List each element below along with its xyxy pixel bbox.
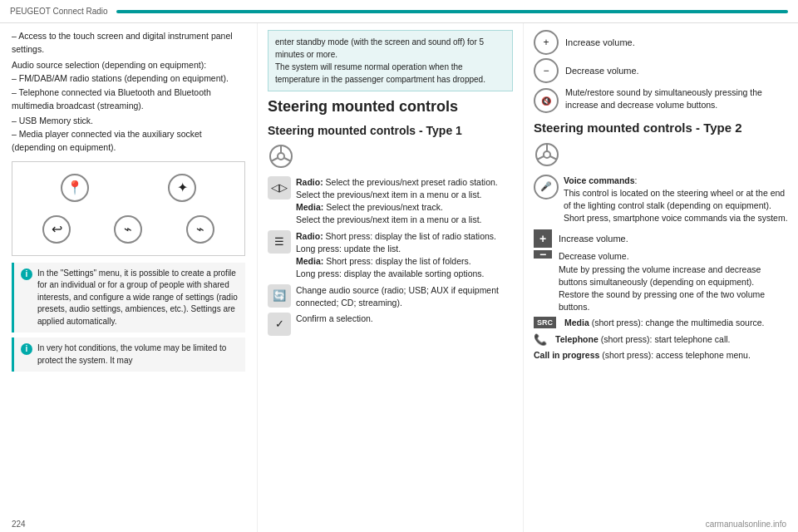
src-badge: SRC [534,317,556,328]
steering-wheel-icon-small [268,143,513,171]
location-icon: 📍 [61,174,89,202]
type1-title: Steering mounted controls - Type 1 [268,123,513,138]
highlight-box: enter standby mode (with the screen and … [268,30,513,91]
note-icon-2: i [21,343,32,355]
bluetooth-icon: ✦ [168,174,196,202]
vol-decrease-text: Decrease volume. [565,66,639,76]
vol-increase-text: Increase volume. [565,37,635,47]
plus-row: + Increase volume. [534,229,788,248]
radio-text-1: Radio: Select the previous/next preset r… [296,176,498,227]
media-text: Media (short press): change the multimed… [564,317,764,329]
highlight-text: enter standby mode (with the screen and … [275,37,485,84]
note-text-2: In very hot conditions, the volume may b… [37,342,239,367]
para-1: – Access to the touch screen and digital… [12,30,245,57]
call-in-progress-text: Call in progress (short press): access t… [534,349,788,362]
minus-row: − Decrease volume.Mute by pressing the v… [534,250,788,313]
list-icon: ☰ [268,230,291,254]
prev-next-icon: ◁▷ [268,176,291,200]
source-icon: 🔄 [268,284,291,308]
svg-line-8 [537,156,544,160]
svg-line-4 [284,158,291,161]
usb2-icon: ⌁ [186,215,214,244]
swipe-icon: ↩ [42,215,71,244]
plus-text: Increase volume. [559,234,628,244]
steering-section-title: Steering mounted controls [268,98,513,116]
plus-icon: + [534,229,552,248]
para-2: Audio source selection (depending on equ… [12,59,245,72]
phone-icon: 📞 [534,333,547,346]
source-text: Change audio source (radio; USB; AUX if … [296,284,513,309]
left-column: – Access to the touch screen and digital… [0,23,258,532]
vol-increase-row: + Increase volume. [534,30,788,55]
para-3: – FM/DAB/AM radio stations (depending on… [12,72,245,86]
radio-text-2: Radio: Short press: display the list of … [296,230,496,281]
steering-wheel-icon-type2 [534,141,788,170]
confirm-icon: ✓ [268,313,291,336]
radio-item-2: ☰ Radio: Short press: display the list o… [268,230,513,281]
telephone-text: Telephone (short press): start telephone… [555,333,730,346]
minus-text: Decrease volume.Mute by pressing the vol… [559,250,788,313]
src-item: SRC Media (short press): change the mult… [534,317,788,329]
note-2: i In very hot conditions, the volume may… [12,337,245,372]
page-header: PEUGEOT Connect Radio [0,0,798,23]
source-item: 🔄 Change audio source (radio; USB; AUX i… [268,284,513,309]
confirm-text: Confirm a selection. [296,313,373,325]
page-number: 224 [12,520,26,529]
confirm-item: ✓ Confirm a selection. [268,313,513,336]
icon-panel: 📍 ✦ ↩ ⌁ ⌁ [12,161,245,256]
vol-mute-text: Mute/restore sound by simultaneously pre… [565,86,788,111]
radio-item-1: ◁▷ Radio: Select the previous/next prese… [268,176,513,227]
usb-icon: ⌁ [114,215,142,244]
header-title: PEUGEOT Connect Radio [10,7,108,16]
note-1: i In the "Settings" menu, it is possible… [12,263,245,333]
telephone-item: 📞 Telephone (short press): start telepho… [534,333,788,346]
voice-icon: 🎤 [534,175,559,200]
para-5: – USB Memory stick. [12,115,245,128]
svg-line-9 [550,156,557,160]
vol-mute-row: 🔇 Mute/restore sound by simultaneously p… [534,86,788,113]
note-text-1: In the "Settings" menu, it is possible t… [37,268,239,328]
svg-line-3 [271,158,278,161]
para-4: – Telephone connected via Bluetooth and … [12,86,245,113]
main-content: – Access to the touch screen and digital… [0,23,798,532]
header-bar [116,10,788,13]
para-6: – Media player connected via the auxilia… [12,128,245,155]
website: carmanualsonline.info [706,520,786,529]
voice-item: 🎤 Voice commands:This control is located… [534,175,788,225]
vol-decrease-row: − Decrease volume. [534,58,788,83]
icon-row-2: ↩ ⌁ ⌁ [17,209,239,250]
svg-point-1 [278,153,284,160]
vol-mute-icon: 🔇 [534,88,559,113]
right-column: + Increase volume. − Decrease volume. 🔇 … [524,23,798,532]
svg-point-6 [544,151,550,158]
vol-up-icon: + [534,30,559,55]
vol-down-icon: − [534,58,559,83]
note-icon-1: i [21,268,32,280]
minus-icon: − [534,250,552,259]
icon-row-1: 📍 ✦ [17,167,239,209]
middle-column: enter standby mode (with the screen and … [258,23,524,532]
voice-text: Voice commands:This control is located o… [564,175,788,225]
type2-title: Steering mounted controls - Type 2 [534,120,788,136]
